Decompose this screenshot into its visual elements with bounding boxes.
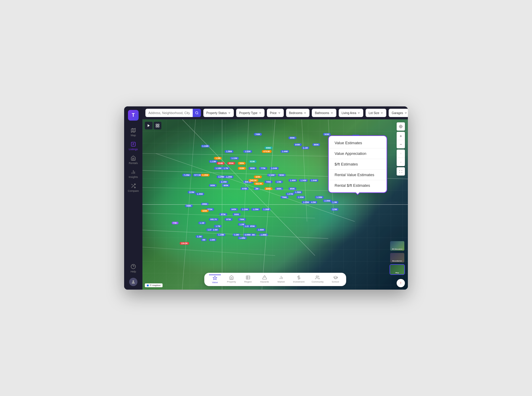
geolocate-button[interactable] xyxy=(397,122,405,131)
mapbox-attribution: © mapbox xyxy=(145,283,163,287)
tilt-up-button[interactable]: ↑ xyxy=(397,150,405,158)
search-button[interactable] xyxy=(193,109,201,117)
bottom-navigation: Value Property Region Hazards Market Inv… xyxy=(204,273,346,286)
living-area-filter[interactable]: Living Area xyxy=(339,109,363,117)
topbar: Property Status Property Type Price Bedr… xyxy=(142,106,408,119)
svg-rect-28 xyxy=(156,126,157,127)
user-avatar[interactable] xyxy=(129,278,137,286)
bnav-item-hazards[interactable]: Hazards xyxy=(259,275,270,284)
map-thumb[interactable]: Map xyxy=(390,264,405,275)
map-canvas: 749K899K928K1.2M775K259K895K889K849K1.13… xyxy=(142,119,408,290)
svg-point-30 xyxy=(400,126,401,127)
svg-point-31 xyxy=(399,125,402,128)
zoom-controls: + − xyxy=(397,132,405,148)
zoom-out-button[interactable]: − xyxy=(397,140,405,148)
search-wrap xyxy=(145,109,201,117)
bnav-item-investment[interactable]: Investment xyxy=(292,275,306,284)
app-window: T Map Listings Rentals xyxy=(124,106,408,290)
tilt-controls: ↑ ↓ xyxy=(397,150,405,166)
main-content: Property Status Property Type Price Bedr… xyxy=(142,106,408,290)
garages-filter[interactable]: Garages xyxy=(389,109,408,117)
popup-item-rental-value-estimates[interactable]: Rental Value Estimates xyxy=(329,170,387,180)
lot-size-filter[interactable]: Lot Size xyxy=(366,109,386,117)
sidebar-item-listings[interactable]: Listings xyxy=(124,139,142,153)
price-filter[interactable]: Price xyxy=(267,109,284,117)
3d-elevation-thumb[interactable]: 3D Elevation xyxy=(390,241,405,251)
property-status-filter[interactable]: Property Status xyxy=(203,109,234,117)
popup-item-rental-sqft-estimates[interactable]: Rental $/ft Estimates xyxy=(329,180,387,191)
compass-button[interactable] xyxy=(397,279,405,287)
svg-rect-27 xyxy=(158,124,159,125)
popup-item-sqft-estimates[interactable]: $/ft Estimates xyxy=(329,159,387,170)
map-controls: + − ↑ ↓ ⛶ xyxy=(397,122,405,176)
bedrooms-filter[interactable]: Bedrooms xyxy=(286,109,310,117)
layer-list-button[interactable] xyxy=(154,122,161,129)
bathrooms-filter[interactable]: Bathrooms xyxy=(312,109,336,117)
search-input[interactable] xyxy=(145,109,193,117)
app-logo: T xyxy=(128,110,139,121)
svg-marker-25 xyxy=(148,124,150,127)
map-area[interactable]: 749K899K928K1.2M775K259K895K889K849K1.13… xyxy=(142,119,408,290)
svg-rect-26 xyxy=(156,124,157,125)
sidebar-item-help[interactable]: Help xyxy=(129,262,137,275)
svg-point-9 xyxy=(196,112,198,114)
sidebar: T Map Listings Rentals xyxy=(124,106,142,290)
bnav-item-community[interactable]: Community xyxy=(310,275,325,284)
popup-item-value-estimates[interactable]: Value Estimates xyxy=(329,138,387,148)
property-type-filter[interactable]: Property Type xyxy=(236,109,265,117)
svg-rect-36 xyxy=(246,276,250,279)
bnav-item-value[interactable]: Value xyxy=(209,275,221,284)
sidebar-item-map[interactable]: Map xyxy=(124,125,142,139)
map-thumbnails: 3D Elevation Boundaries Map xyxy=(390,241,405,275)
boundaries-thumb[interactable]: Boundaries xyxy=(390,252,405,263)
popup-item-value-appreciation[interactable]: Value Appreciation xyxy=(329,148,387,159)
bnav-item-property[interactable]: Property xyxy=(226,275,237,284)
bnav-item-school[interactable]: School xyxy=(330,275,341,284)
fullscreen-button[interactable]: ⛶ xyxy=(397,167,405,176)
zoom-in-button[interactable]: + xyxy=(397,132,405,140)
bnav-item-region[interactable]: Region xyxy=(242,275,254,284)
svg-point-35 xyxy=(147,284,149,286)
more-popup: Value EstimatesValue Appreciation$/ft Es… xyxy=(328,135,387,193)
bnav-item-market[interactable]: Market xyxy=(275,275,287,284)
svg-point-8 xyxy=(132,280,134,282)
tilt-down-button[interactable]: ↓ xyxy=(397,158,405,166)
sidebar-item-insights[interactable]: Insights xyxy=(124,167,142,181)
sidebar-item-compare[interactable]: Compare xyxy=(124,181,142,195)
sidebar-item-rentals[interactable]: Rentals xyxy=(124,153,142,167)
svg-point-41 xyxy=(316,276,318,277)
layer-toggle-button[interactable] xyxy=(145,122,153,129)
svg-rect-29 xyxy=(158,126,159,127)
